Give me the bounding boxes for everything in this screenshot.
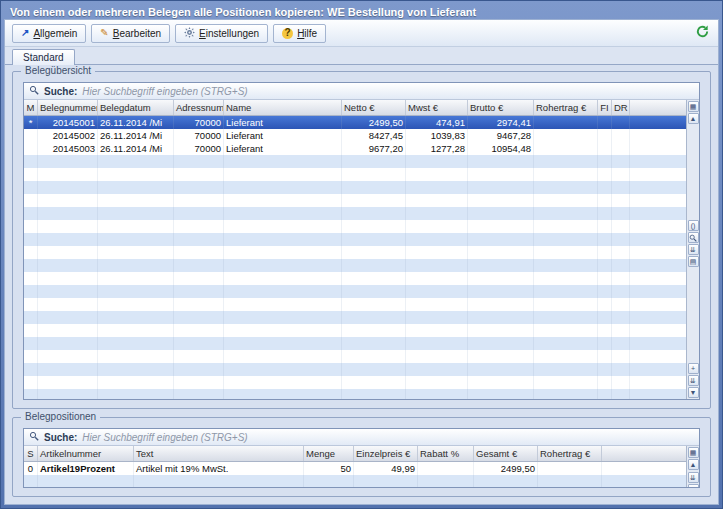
allgemein-button[interactable]: ↗ Allgemein — [12, 24, 86, 43]
table-cell — [98, 298, 174, 311]
table-cell — [98, 324, 174, 337]
column-header[interactable]: Einzelpreis € — [354, 446, 418, 461]
column-header[interactable]: FI — [598, 100, 612, 115]
table-row-empty[interactable] — [24, 220, 686, 233]
table-row-empty[interactable] — [24, 311, 686, 324]
table-cell — [468, 311, 534, 324]
table-row-empty[interactable] — [24, 324, 686, 337]
table-cell — [98, 194, 174, 207]
table-row-empty[interactable] — [24, 233, 686, 246]
column-header[interactable]: Rohertrag € — [534, 100, 598, 115]
column-header[interactable]: Rabatt % — [418, 446, 474, 461]
table-row-empty[interactable] — [24, 194, 686, 207]
scroll-up-button[interactable]: ▲ — [688, 113, 699, 124]
gear-icon — [184, 27, 195, 40]
table-cell — [598, 285, 612, 298]
table-cell-filler — [630, 181, 686, 194]
column-header[interactable]: Netto € — [342, 100, 406, 115]
table-row[interactable]: 0Artikel19ProzentArtikel mit 19% MwSt.50… — [24, 462, 686, 475]
table-cell — [24, 207, 38, 220]
column-header[interactable]: Gesamt € — [474, 446, 538, 461]
table-cell — [598, 376, 612, 389]
table-row-empty[interactable] — [24, 246, 686, 259]
table-row-empty[interactable] — [24, 168, 686, 181]
column-header[interactable]: Adressnumm — [174, 100, 224, 115]
positions-search-input[interactable]: Suche: Hier Suchbegriff eingeben (STRG+S… — [24, 429, 699, 446]
table-cell — [174, 259, 224, 272]
titlebar: Von einem oder mehreren Belegen alle Pos… — [4, 4, 719, 19]
zoom-button[interactable] — [688, 232, 699, 243]
table-row-empty[interactable] — [24, 181, 686, 194]
table-cell — [612, 389, 630, 399]
table-row-empty[interactable] — [24, 259, 686, 272]
table-row[interactable]: 2014500226.11.2014 /Mi70000Lieferant8427… — [24, 129, 686, 142]
table-row[interactable]: *2014500126.11.2014 /Mi70000Lieferant249… — [24, 116, 686, 129]
column-header[interactable]: Menge — [304, 446, 354, 461]
group-button[interactable]: () — [688, 220, 699, 231]
table-row-empty[interactable] — [24, 272, 686, 285]
column-header[interactable]: Mwst € — [406, 100, 468, 115]
table-cell — [24, 168, 38, 181]
table-cell — [612, 246, 630, 259]
beleguebersicht-group: Belegübersicht Suche: Hier Suchbegriff e… — [12, 71, 711, 409]
scroll-down-button[interactable]: ▼ — [688, 484, 699, 487]
column-header[interactable]: S — [24, 446, 38, 461]
column-header[interactable]: Artikelnummer — [38, 446, 134, 461]
table-cell: Artikel19Prozent — [38, 462, 134, 475]
column-options-button[interactable]: ▦ — [688, 101, 699, 112]
table-cell — [406, 246, 468, 259]
table-cell — [342, 363, 406, 376]
column-header[interactable]: Rohertrag € — [538, 446, 602, 461]
table-row-empty[interactable] — [24, 155, 686, 168]
page-down-button[interactable]: ⇊ — [688, 244, 699, 255]
table-row-empty[interactable] — [24, 363, 686, 376]
refresh-button[interactable] — [693, 24, 711, 42]
column-options-button[interactable]: ▦ — [688, 447, 699, 458]
add-row-button[interactable]: + — [688, 363, 699, 374]
tab-standard[interactable]: Standard — [12, 49, 75, 65]
hilfe-button[interactable]: ? Hilfe — [273, 24, 326, 43]
table-row-empty[interactable] — [24, 337, 686, 350]
column-header[interactable]: Brutto € — [468, 100, 534, 115]
table-cell — [598, 116, 612, 129]
scroll-up-button[interactable]: ▲ — [688, 459, 699, 470]
table-cell — [342, 259, 406, 272]
table-cell — [534, 376, 598, 389]
column-header[interactable]: Text — [134, 446, 304, 461]
table-cell: 50 — [304, 462, 354, 475]
scroll-down-button[interactable]: ▼ — [688, 387, 699, 398]
refresh-icon — [695, 24, 710, 43]
einstellungen-button[interactable]: Einstellungen — [175, 24, 268, 43]
table-row-empty[interactable] — [24, 285, 686, 298]
table-cell — [342, 155, 406, 168]
bearbeiten-button[interactable]: ✎ Bearbeiten — [91, 24, 170, 43]
table-row-empty[interactable] — [24, 389, 686, 399]
table-cell — [612, 272, 630, 285]
table-cell — [98, 220, 174, 233]
column-header[interactable]: Belegdatum — [98, 100, 174, 115]
table-row-empty[interactable] — [24, 475, 686, 487]
table-cell-filler — [630, 207, 686, 220]
grid-scroll-strip: ▦ ▲ () ⇊ ▤ + ⇊ ▼ — [686, 100, 699, 399]
list-button[interactable]: ▤ — [688, 256, 699, 267]
column-header[interactable]: DR — [612, 100, 630, 115]
table-row-empty[interactable] — [24, 207, 686, 220]
table-cell — [598, 220, 612, 233]
table-row-empty[interactable] — [24, 376, 686, 389]
table-cell — [598, 272, 612, 285]
overview-search-input[interactable]: Suche: Hier Suchbegriff eingeben (STRG+S… — [24, 83, 699, 100]
table-cell — [612, 233, 630, 246]
table-row[interactable]: 2014500326.11.2014 /Mi70000Lieferant9677… — [24, 142, 686, 155]
jump-end-button[interactable]: ⇊ — [688, 472, 699, 483]
table-cell — [98, 389, 174, 399]
column-header[interactable]: M — [24, 100, 38, 115]
jump-end-button[interactable]: ⇊ — [688, 375, 699, 386]
table-cell — [598, 350, 612, 363]
column-header[interactable]: Belegnummer — [38, 100, 98, 115]
table-cell: Lieferant — [224, 129, 342, 142]
table-row-empty[interactable] — [24, 350, 686, 363]
column-header[interactable]: Name — [224, 100, 342, 115]
table-row-empty[interactable] — [24, 298, 686, 311]
table-cell: 26.11.2014 /Mi — [98, 129, 174, 142]
hilfe-button-label: Hilfe — [297, 28, 317, 39]
